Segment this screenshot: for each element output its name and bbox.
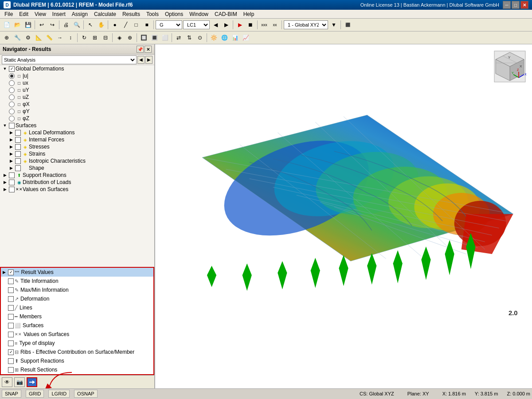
tb2-14[interactable]: 🔳 [149,33,159,43]
expand-internal-forces[interactable]: ▶ [8,137,14,143]
tree-ul[interactable]: □ |u| [0,72,154,79]
tb-open[interactable]: 📂 [12,20,22,30]
tb2-17[interactable]: ⇅ [184,33,194,43]
expand-local-def[interactable]: ▶ [8,129,14,136]
tree-uy[interactable]: □ uY [0,86,154,94]
check-dist-loads[interactable] [9,180,15,185]
tree-isotropic[interactable]: ▶ ◈ Isotropic Characteristics [0,157,154,164]
tree-surfaces[interactable]: ▼ Surfaces [0,122,154,129]
tb2-10[interactable]: ⊟ [101,33,110,43]
result-item-maxmin[interactable]: ✎ Max/Min Information [1,286,153,294]
check-maxmin[interactable] [8,287,14,293]
status-grid[interactable]: GRID [26,390,44,398]
tb2-16[interactable]: ⇄ [174,33,184,43]
check-internal-forces[interactable] [15,137,21,143]
menu-edit[interactable]: Edit [16,11,31,18]
nav-btn-eye[interactable]: 👁 [2,377,12,387]
combo-view[interactable]: 1 - Global XYZ [284,20,328,29]
check-isotropic[interactable] [15,158,21,164]
tb-save[interactable]: 💾 [23,20,33,30]
tree-support-reactions[interactable]: ▶ ⬆ Support Reactions [0,172,154,179]
expand-isotropic[interactable]: ▶ [8,158,14,164]
nav-btn-arrow[interactable] [27,377,37,387]
tb2-5[interactable]: 📏 [44,33,54,43]
tb-3d[interactable]: ⬛ [343,20,352,30]
expand-values-surfaces[interactable]: ▶ [2,186,8,192]
tb-view-drop[interactable]: ▼ [329,20,339,30]
nav-next-arrow[interactable]: ▶ [145,56,153,64]
tb-line[interactable]: ╱ [121,20,130,30]
menu-view[interactable]: View [32,11,49,18]
check-result-sections[interactable] [8,367,14,373]
check-values-surfaces[interactable] [9,187,15,192]
close-btn[interactable]: ✕ [520,1,528,9]
nav-close-btn[interactable]: ✕ [145,46,152,53]
tree-py[interactable]: □ φY [0,108,154,115]
tb2-22[interactable]: 📈 [241,33,250,43]
tree-stresses[interactable]: ▶ ◈ Stresses [0,143,154,150]
result-item-members[interactable]: ━ Members [1,312,153,321]
tb-print[interactable]: 🖨 [61,20,71,30]
tb2-9[interactable]: ⊞ [90,33,100,43]
tb2-21[interactable]: 📊 [230,33,240,43]
menu-insert[interactable]: Insert [50,11,68,18]
tb2-12[interactable]: ⊕ [125,33,135,43]
check-members[interactable] [8,314,14,320]
check-strains[interactable] [15,151,21,157]
minimize-btn[interactable]: ─ [503,1,511,9]
tb2-6[interactable]: → [55,33,65,43]
check-type-display[interactable] [8,340,14,346]
expand-stresses[interactable]: ▶ [8,144,14,150]
radio-ux[interactable] [9,80,15,86]
tree-px[interactable]: □ φX [0,101,154,108]
tree-dist-loads[interactable]: ▶ ◉ Distribution of Loads [0,179,154,186]
menu-options[interactable]: Options [162,11,186,18]
menu-cadbim[interactable]: CAD-BIM [212,11,240,18]
tb2-3[interactable]: ⚙ [23,33,33,43]
tb-undo[interactable]: ↩ [37,20,47,30]
nav-btn-camera[interactable]: 📷 [14,377,25,387]
tree-shape[interactable]: ▶ Shape [0,164,154,172]
tb2-11[interactable]: ◈ [114,33,124,43]
tree-strains[interactable]: ▶ ◈ Strains [0,150,154,157]
menu-tools[interactable]: Tools [144,11,161,18]
result-item-support-reactions[interactable]: ⬆ Support Reactions [1,356,153,365]
radio-px[interactable] [9,102,15,107]
result-item-surfaces[interactable]: ⬜ Surfaces [1,321,153,330]
tb-new[interactable]: 📄 [2,20,12,30]
check-ribs[interactable]: ✓ [8,349,14,355]
check-support-reactions-r[interactable] [8,358,14,364]
tb-select[interactable]: ↖ [86,20,95,30]
nav-pin-btn[interactable]: 📌 [137,46,144,53]
result-item-type-display[interactable]: ≡ Type of display [1,339,153,348]
tb2-8[interactable]: ↻ [79,33,89,43]
tb-prev[interactable]: ◀ [211,20,220,30]
radio-ul[interactable] [9,73,15,79]
menu-results[interactable]: Results [120,11,143,18]
tree-internal-forces[interactable]: ▶ ◈ Internal Forces [0,136,154,143]
expand-surfaces[interactable]: ▼ [2,122,8,129]
tb-stop[interactable]: ⏹ [246,20,255,30]
result-item-title-info[interactable]: ✎ Title Information [1,277,153,286]
tb2-13[interactable]: 🔲 [139,33,149,43]
tb2-19[interactable]: 🔆 [209,33,219,43]
result-item-deformation[interactable]: ↗ Deformation [1,294,153,303]
expand-global-def[interactable]: ▼ [2,66,8,72]
tb2-15[interactable]: ⬜ [160,33,170,43]
result-item-result-sections[interactable]: ⊞ Result Sections [1,365,153,374]
menu-window[interactable]: Window [187,11,211,18]
nav-prev-arrow[interactable]: ◀ [137,56,145,64]
check-surfaces-r[interactable] [8,323,14,329]
check-stresses[interactable] [15,144,21,150]
tb2-18[interactable]: ⊙ [195,33,205,43]
expand-support-reactions[interactable]: ▶ [2,172,8,178]
tb2-20[interactable]: 🌐 [219,33,229,43]
radio-pz[interactable] [9,116,15,121]
tb-zoom[interactable]: 🔍 [72,20,82,30]
status-osnap[interactable]: OSNAP [74,390,98,398]
radio-uz[interactable] [9,94,15,100]
tree-local-def[interactable]: ▶ ◈ Local Deformations [0,129,154,136]
expand-result-values[interactable]: ▶ [3,270,7,274]
combo-G[interactable]: G [156,20,182,29]
check-global-def[interactable]: ✓ [9,66,15,72]
